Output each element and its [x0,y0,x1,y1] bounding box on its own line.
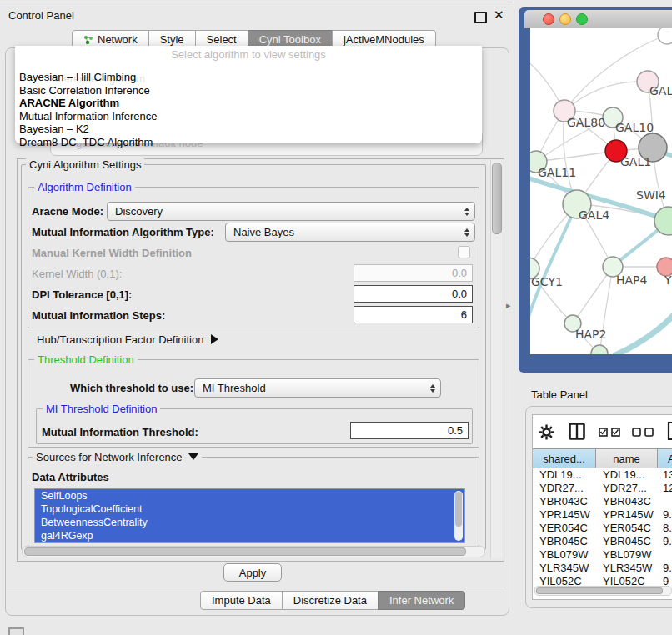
table-cell: 13 [658,468,672,482]
column-layout-icon[interactable] [569,422,585,440]
table-row[interactable]: YDR27...YDR27...12 [533,482,672,495]
node-label: GAL10 [615,121,654,134]
mi-threshold-input[interactable] [350,422,469,439]
table-toolbar [532,419,672,446]
table-cell: YDR27... [596,482,658,495]
scrollbar-thumb[interactable] [24,548,466,556]
panel-collapse-icon[interactable] [506,300,511,311]
settings-vertical-scrollbar[interactable] [490,160,502,558]
apply-button[interactable]: Apply [223,563,282,582]
network-node[interactable] [658,28,672,44]
table-cell: 9. [658,535,672,548]
table-row[interactable]: YPR145WYPR145W9. [533,508,672,522]
algorithm-option[interactable]: Bayesian – K2 [18,122,479,136]
table-cell: YDL19... [533,468,596,482]
gear-icon[interactable] [539,424,554,440]
scrollbar-thumb[interactable] [536,588,663,594]
table-row[interactable]: YLR345WYLR345W9. [533,562,672,575]
algorithm-option[interactable]: Mutual Information Inference [18,110,479,123]
group-title: Algorithm Definition [34,181,135,193]
dpi-tolerance-input[interactable] [354,285,473,302]
tab-label: Infer Network [389,594,454,607]
tab-label: Cyni Toolbox [259,33,321,46]
column-header-name[interactable]: name [596,448,658,468]
mi-type-select[interactable]: Naive Bayes [225,222,475,242]
combo-stepper-icon [425,384,440,392]
network-canvas[interactable]: GALGAL80GAL10GAL1GAL11SWI4GAL4GCY1HAP4YH… [530,28,672,354]
popup-placeholder: Select algorithm to view settings [15,48,482,61]
node-label: HAP4 [616,273,648,287]
tab-impute-data[interactable]: Impute Data [200,591,283,610]
mi-steps-input[interactable] [354,306,473,323]
cyni-bottom-tabs: Impute Data Discretize Data Infer Networ… [200,591,465,610]
close-traffic-light-icon[interactable] [543,13,554,25]
zoom-traffic-light-icon[interactable] [576,13,588,25]
mi-type-label: Mutual Information Algorithm Type: [32,226,214,238]
table-row[interactable]: YBR045CYBR045C9. [533,535,672,548]
combo-stepper-icon [459,228,474,237]
network-window-titlebar[interactable] [524,10,672,28]
tab-label: Select [207,33,237,46]
list-vertical-scrollbar[interactable] [454,491,463,541]
algorithm-list: Bayesian – Hill Climbing Basic Correlati… [18,71,479,148]
hub-definition-toggle[interactable]: Hub/Transcription Factor Definition [37,333,218,346]
table-horizontal-scrollbar[interactable] [534,586,672,596]
column-header-partial[interactable]: A [658,448,672,468]
node-label: GAL [649,84,672,98]
table-cell: 9 [658,575,672,585]
table-row[interactable]: YDL19...YDL19...13 [533,468,672,482]
table-panel-title: Table Panel [531,388,588,401]
which-threshold-label: Which threshold to use: [70,382,193,394]
list-item[interactable]: BetweennessCentrality [35,516,464,529]
select-all-icon[interactable] [599,428,621,437]
deselect-all-icon[interactable] [632,428,654,437]
network-icon [83,35,93,45]
table-row[interactable]: YER054CYER054C8. [533,522,672,535]
column-header-shared-name[interactable]: shared... [533,448,596,468]
algorithm-option-selected[interactable]: ARACNE Algorithm [18,97,479,110]
list-item[interactable]: SelfLoops [35,489,464,502]
group-title: MI Threshold Definition [43,402,160,415]
window-top-edge [0,2,513,2]
table-row[interactable]: YBR043CYBR043C [533,495,672,508]
tab-infer-network[interactable]: Infer Network [378,591,465,610]
tab-discretize-data[interactable]: Discretize Data [282,591,379,610]
scrollbar-thumb[interactable] [455,492,462,527]
table-cell: 9. [658,508,672,522]
node-label: GAL80 [567,116,605,129]
list-item[interactable]: TopologicalCoefficient [35,502,464,516]
network-node[interactable] [591,345,608,354]
close-icon[interactable] [494,8,507,22]
settings-horizontal-scrollbar[interactable] [22,546,485,558]
data-attributes-list: SelfLoops TopologicalCoefficient Between… [34,488,465,543]
minimized-panel-chip[interactable] [8,628,24,635]
tab-label: Discretize Data [293,594,367,607]
algorithm-option[interactable]: Bayesian – Hill Climbing [18,71,479,84]
float-window-icon[interactable] [474,12,487,23]
table-row[interactable]: YBL079WYBL079W [533,548,672,562]
table-row[interactable]: YIL052CYIL052C9 [533,575,672,585]
hub-definition-label: Hub/Transcription Factor Definition [37,333,203,346]
table-cell: YLR345W [533,562,596,575]
scrollbar-thumb[interactable] [492,162,502,234]
mi-steps-label: Mutual Information Steps: [32,309,165,322]
table-cell: YPR145W [533,508,596,522]
network-edge[interactable] [536,151,616,162]
aracne-mode-label: Aracne Mode: [32,205,103,218]
algorithm-option[interactable]: Dream8 DC_TDC Algorithm [18,136,479,149]
minimize-traffic-light-icon[interactable] [559,13,571,25]
network-edge[interactable] [614,315,672,354]
tab-label: Impute Data [212,594,271,607]
new-table-icon[interactable] [667,421,672,441]
aracne-mode-select[interactable]: Discovery [107,202,475,221]
kernel-width-input[interactable] [354,264,473,282]
manual-kernel-width-checkbox[interactable] [458,246,470,258]
sources-toggle[interactable]: Sources for Network Inference [33,451,202,463]
list-item[interactable]: gal4RGexp [35,529,464,542]
node-label: GAL1 [620,155,651,168]
which-threshold-select[interactable]: MI Threshold [194,378,441,398]
algorithm-option[interactable]: Basic Correlation Inference [18,84,479,98]
table-cell: 12 [658,482,672,495]
sources-title: Sources for Network Inference [36,451,183,463]
table-cell: YER054C [533,522,596,535]
